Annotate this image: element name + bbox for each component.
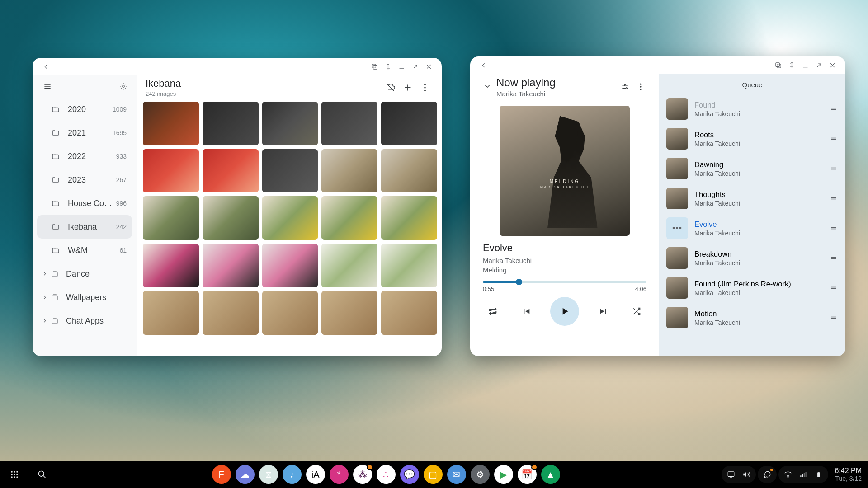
drag-handle-icon[interactable]	[828, 135, 839, 143]
more-icon[interactable]	[416, 79, 434, 96]
image-thumbnail[interactable]	[262, 149, 318, 193]
image-thumbnail[interactable]	[321, 102, 377, 145]
image-thumbnail[interactable]	[262, 291, 318, 335]
image-thumbnail[interactable]	[321, 291, 377, 335]
screenshot-icon[interactable]	[368, 60, 381, 73]
folder-2020[interactable]: 20201009	[37, 98, 132, 121]
collection-wallpapers[interactable]: Wallpapers	[37, 286, 132, 309]
image-thumbnail[interactable]	[321, 244, 377, 287]
drag-handle-icon[interactable]	[828, 105, 839, 113]
app-photos[interactable]: ▲	[541, 465, 560, 484]
chat-tray-icon[interactable]	[760, 468, 774, 481]
app-circles[interactable]: ∴	[377, 465, 396, 484]
battery-icon[interactable]	[812, 468, 826, 481]
queue-item[interactable]: •••EvolveMarika Takeuchi	[662, 213, 843, 243]
sidebar-settings-icon[interactable]	[117, 80, 130, 93]
app-calendar[interactable]: 📅	[518, 465, 537, 484]
pin-icon[interactable]	[785, 58, 798, 72]
image-thumbnail[interactable]	[203, 291, 259, 335]
launcher-icon[interactable]	[6, 466, 23, 483]
image-thumbnail[interactable]	[381, 291, 437, 335]
drag-handle-icon[interactable]	[828, 314, 839, 322]
image-thumbnail[interactable]	[262, 196, 318, 240]
app-asterisk[interactable]: *	[330, 465, 349, 484]
folder-2023[interactable]: 2023267	[37, 168, 132, 192]
maximize-icon[interactable]	[812, 58, 826, 72]
chevron-down-icon[interactable]	[481, 80, 494, 93]
image-thumbnail[interactable]	[203, 196, 259, 240]
next-icon[interactable]	[594, 302, 613, 320]
image-thumbnail[interactable]	[143, 244, 199, 287]
image-thumbnail[interactable]	[381, 149, 437, 193]
queue-item[interactable]: MotionMarika Takeuchi	[662, 303, 843, 333]
more-icon[interactable]	[633, 79, 648, 94]
signal-icon[interactable]	[797, 468, 810, 481]
image-thumbnail[interactable]	[321, 149, 377, 193]
folder-2021[interactable]: 20211695	[37, 121, 132, 145]
app-settings[interactable]: ⚙	[471, 465, 490, 484]
image-thumbnail[interactable]	[262, 102, 318, 145]
app-figma[interactable]: F	[212, 465, 231, 484]
image-thumbnail[interactable]	[381, 244, 437, 287]
image-thumbnail[interactable]	[143, 291, 199, 335]
repeat-icon[interactable]	[484, 302, 502, 320]
drag-handle-icon[interactable]	[828, 224, 839, 232]
progress-bar[interactable]	[483, 281, 646, 283]
music-back-icon[interactable]	[476, 58, 490, 72]
drag-handle-icon[interactable]	[828, 254, 839, 262]
image-thumbnail[interactable]	[203, 149, 259, 193]
queue-item[interactable]: DawningMarika Takeuchi	[662, 154, 843, 183]
wifi-icon[interactable]	[781, 468, 795, 481]
collection-dance[interactable]: Dance	[37, 262, 132, 286]
app-chat[interactable]: 💬	[400, 465, 419, 484]
image-thumbnail[interactable]	[203, 244, 259, 287]
image-thumbnail[interactable]	[203, 102, 259, 145]
image-thumbnail[interactable]	[143, 149, 199, 193]
app-hourglass[interactable]: ⧖	[259, 465, 278, 484]
drag-handle-icon[interactable]	[828, 164, 839, 173]
equalizer-icon[interactable]	[618, 79, 633, 94]
previous-icon[interactable]	[517, 302, 535, 320]
app-slack[interactable]: ⁂	[353, 465, 372, 484]
app-mail[interactable]: ✉	[447, 465, 466, 484]
cloud-off-icon[interactable]	[382, 79, 399, 96]
queue-item[interactable]: ThoughtsMarika Takeuchi	[662, 183, 843, 213]
shuffle-icon[interactable]	[627, 302, 646, 320]
back-icon[interactable]	[39, 60, 52, 73]
app-keep[interactable]: ▢	[424, 465, 443, 484]
folder-w-m[interactable]: W&M61	[37, 239, 132, 262]
drag-handle-icon[interactable]	[828, 284, 839, 292]
minimize-icon[interactable]	[395, 60, 408, 73]
drag-handle-icon[interactable]	[828, 194, 839, 202]
play-button[interactable]	[550, 297, 579, 326]
queue-item[interactable]: FoundMarika Takeuchi	[662, 94, 843, 124]
volume-icon[interactable]	[740, 468, 753, 481]
app-play[interactable]: ▶	[494, 465, 513, 484]
collection-chat-apps[interactable]: Chat Apps	[37, 309, 132, 333]
pin-icon[interactable]	[381, 60, 395, 73]
image-thumbnail[interactable]	[262, 244, 318, 287]
image-thumbnail[interactable]	[381, 102, 437, 145]
folder-house-con-[interactable]: House Con...996	[37, 192, 132, 215]
maximize-icon[interactable]	[408, 60, 422, 73]
cast-icon[interactable]	[724, 468, 738, 481]
image-thumbnail[interactable]	[143, 196, 199, 240]
queue-item[interactable]: BreakdownMarika Takeuchi	[662, 243, 843, 273]
folder-2022[interactable]: 2022933	[37, 145, 132, 168]
queue-item[interactable]: RootsMarika Takeuchi	[662, 124, 843, 154]
search-icon[interactable]	[34, 466, 50, 483]
clock[interactable]: 6:42 PM Tue, 3/12	[835, 467, 862, 482]
image-thumbnail[interactable]	[321, 196, 377, 240]
folder-ikebana[interactable]: Ikebana242	[37, 215, 132, 239]
minimize-icon[interactable]	[798, 58, 812, 72]
queue-item[interactable]: Found (Jim Perkins Re-work)Marika Takeuc…	[662, 273, 843, 303]
close-icon[interactable]	[826, 58, 839, 72]
close-icon[interactable]	[422, 60, 435, 73]
app-music[interactable]: ♪	[283, 465, 302, 484]
image-thumbnail[interactable]	[381, 196, 437, 240]
image-thumbnail[interactable]	[143, 102, 199, 145]
app-ia[interactable]: iA	[306, 465, 325, 484]
app-cloud[interactable]: ☁	[236, 465, 255, 484]
screenshot-icon[interactable]	[771, 58, 785, 72]
hamburger-icon[interactable]	[41, 80, 54, 93]
